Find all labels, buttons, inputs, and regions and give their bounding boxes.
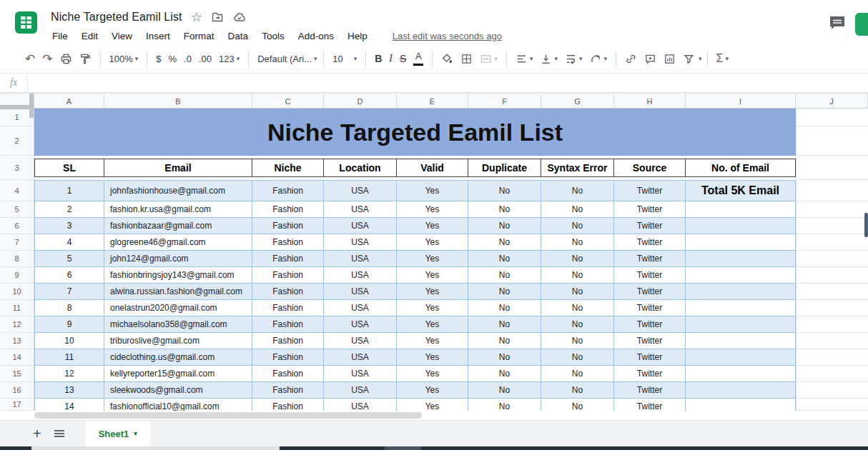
table-cell[interactable]: triburoslive@gmail.com [104,333,252,349]
cell-j2[interactable] [796,126,868,156]
table-cell[interactable] [686,218,796,234]
table-cell[interactable]: No [468,399,541,411]
table-cell[interactable]: 10 [34,333,104,349]
table-cell[interactable]: USA [324,234,397,250]
freeze-row-handle[interactable] [0,105,29,109]
menu-tools[interactable]: Tools [260,30,286,42]
table-cell[interactable]: Yes [397,399,468,411]
table-cell[interactable]: 4 [34,234,104,250]
cell-j13[interactable] [796,333,868,349]
row-header-12[interactable]: 12 [0,316,34,333]
table-cell[interactable] [686,382,796,398]
insert-comment-button[interactable] [641,51,660,67]
table-cell[interactable] [686,300,796,316]
table-cell[interactable]: Total 5K Email [686,181,796,201]
table-cell[interactable]: USA [324,349,397,365]
table-cell[interactable]: Fashion [252,181,324,201]
table-cell[interactable]: No [541,366,614,381]
table-cell[interactable]: Yes [397,349,468,365]
sheet-grid[interactable]: Niche Targeted Eamil List 12345678910111… [0,109,868,411]
table-cell[interactable]: No [541,399,614,411]
table-cell[interactable]: No [468,267,541,283]
table-cell[interactable] [686,316,796,332]
table-cell[interactable]: USA [324,267,397,283]
zoom-select[interactable]: 100%▾ [106,51,142,66]
table-cell[interactable]: Yes [397,366,468,381]
table-cell[interactable] [686,333,796,349]
table-header-cell[interactable]: Email [104,159,252,177]
table-cell[interactable]: Fashion [252,382,324,398]
table-cell[interactable]: USA [324,181,397,201]
table-cell[interactable]: No [468,349,541,365]
text-rotation-button[interactable]: ▾ [586,51,611,67]
column-header-i[interactable]: I [686,94,796,109]
print-button[interactable] [56,51,76,67]
table-cell[interactable]: Twitter [614,218,686,234]
table-cell[interactable]: fashionbringsjoy143@gmail.com [104,267,252,283]
share-button[interactable] [855,13,868,36]
table-cell[interactable]: 3 [34,218,104,234]
menu-addons[interactable]: Add-ons [297,30,335,42]
all-sheets-icon[interactable] [54,430,64,437]
table-cell[interactable]: Fashion [252,201,324,217]
cell-j10[interactable] [796,284,868,300]
insert-link-button[interactable] [621,51,641,67]
table-cell[interactable]: Fashion [252,218,324,234]
table-cell[interactable]: USA [324,284,397,299]
table-cell[interactable]: No [468,218,541,234]
table-cell[interactable]: Yes [397,300,468,316]
table-cell[interactable]: Yes [397,267,468,283]
table-cell[interactable] [686,349,796,365]
strikethrough-button[interactable]: S [396,51,410,66]
table-cell[interactable]: No [541,251,614,266]
table-cell[interactable]: johnfashionhouse@gmail.com [104,181,252,201]
move-to-folder-icon[interactable] [211,11,224,24]
table-cell[interactable]: Twitter [614,267,686,283]
table-cell[interactable]: Yes [397,251,468,266]
menu-data[interactable]: Data [227,30,250,42]
table-cell[interactable]: fashion.kr.usa@gmail.com [104,201,252,217]
table-cell[interactable]: Yes [397,181,468,201]
column-header-j[interactable]: J [796,94,868,109]
table-cell[interactable] [686,201,796,217]
table-cell[interactable]: 1 [34,181,104,201]
freeze-column-handle[interactable] [29,94,34,118]
table-cell[interactable]: USA [324,366,397,381]
format-percent-button[interactable]: % [165,51,181,66]
table-cell[interactable]: Twitter [614,181,686,201]
table-cell[interactable]: 7 [34,284,104,299]
table-cell[interactable]: No [541,267,614,283]
merge-cells-button[interactable]: ▾ [476,51,501,67]
table-cell[interactable]: USA [324,300,397,316]
table-cell[interactable]: Twitter [614,316,686,332]
fill-color-button[interactable] [438,51,457,67]
column-header-f[interactable]: F [468,94,541,109]
table-cell[interactable]: 9 [34,316,104,332]
table-cell[interactable]: 6 [34,267,104,283]
cell-j17[interactable] [796,399,868,411]
row-header-7[interactable]: 7 [0,234,34,251]
table-cell[interactable]: Yes [397,333,468,349]
sheet-tab-active[interactable]: Sheet1▾ [86,421,150,447]
column-header-e[interactable]: E [397,94,468,109]
table-cell[interactable]: 12 [34,366,104,381]
filter-views-caret[interactable]: ▾ [699,56,702,62]
table-cell[interactable]: kellyreporter15@gmail.com [104,366,252,381]
table-cell[interactable]: Yes [397,316,468,332]
column-header-c[interactable]: C [252,94,324,109]
menu-help[interactable]: Help [346,30,369,42]
table-cell[interactable]: onelastrun2020@gmail.com [104,300,252,316]
table-cell[interactable]: Yes [397,201,468,217]
row-header-15[interactable]: 15 [0,366,34,382]
table-cell[interactable]: sleekwoods@gmail.com [104,382,252,398]
table-cell[interactable]: 5 [34,251,104,266]
table-cell[interactable]: USA [324,251,397,266]
table-header-cell[interactable]: Duplicate [468,159,541,177]
sheet-menu-caret[interactable]: ▾ [134,431,137,437]
table-cell[interactable]: Twitter [614,251,686,266]
table-cell[interactable]: No [541,333,614,349]
table-cell[interactable]: Twitter [614,366,686,381]
more-formats-button[interactable]: 123▾ [215,51,243,66]
row-header-3[interactable]: 3 [0,156,34,180]
table-cell[interactable]: fashionofficial10@gmail.com [104,399,252,411]
